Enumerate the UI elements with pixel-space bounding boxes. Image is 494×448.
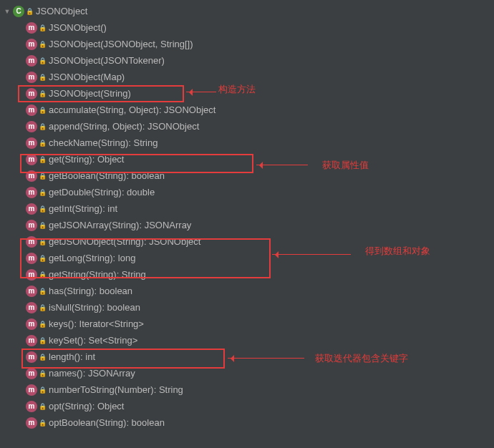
method-icon: m <box>26 236 37 248</box>
annotation-label: 获取迭代器包含关键字 <box>315 352 408 365</box>
method-node[interactable]: m 🔒 length(): int <box>0 349 494 365</box>
method-label: optBoolean(String): boolean <box>49 417 165 428</box>
method-label: getJSONArray(String): JSONArray <box>49 220 191 230</box>
method-icon: m <box>26 269 37 281</box>
method-icon: m <box>26 384 37 396</box>
method-node[interactable]: m 🔒 getInt(String): int <box>0 200 494 217</box>
method-icon: m <box>26 154 37 165</box>
method-node[interactable]: m 🔒 keys(): Iterator<String> <box>0 316 494 332</box>
method-icon: m <box>26 39 37 50</box>
class-node[interactable]: ▼ C 🔒 JSONObject <box>0 3 494 19</box>
annotation-label: 得到数组和对象 <box>365 245 430 258</box>
lock-icon: 🔒 <box>39 189 46 196</box>
lock-icon: 🔒 <box>39 255 46 262</box>
method-icon: m <box>26 253 37 264</box>
method-label: JSONObject(Map) <box>49 72 125 82</box>
method-node[interactable]: m 🔒 names(): JSONArray <box>0 365 494 381</box>
method-label: isNull(String): boolean <box>49 302 140 313</box>
structure-tree: ▼ C 🔒 JSONObject m 🔒 JSONObject() m 🔒 JS… <box>0 0 494 434</box>
method-node[interactable]: m 🔒 isNull(String): boolean <box>0 299 494 316</box>
lock-icon: 🔒 <box>39 271 46 278</box>
lock-icon: 🔒 <box>39 205 46 213</box>
lock-icon: 🔒 <box>39 321 46 328</box>
lock-icon: 🔒 <box>39 238 46 245</box>
method-node[interactable]: m 🔒 getBoolean(String): boolean <box>0 167 494 184</box>
method-node[interactable]: m 🔒 checkName(String): String <box>0 135 494 151</box>
method-label: keys(): Iterator<String> <box>49 318 144 329</box>
lock-icon: 🔒 <box>39 354 46 361</box>
method-node[interactable]: m 🔒 numberToString(Number): String <box>0 381 494 398</box>
method-node[interactable]: m 🔒 get(String): Object <box>0 151 494 167</box>
method-label: getDouble(String): double <box>49 187 155 198</box>
class-icon: C <box>13 6 24 17</box>
method-node[interactable]: m 🔒 optBoolean(String): boolean <box>0 414 494 431</box>
lock-icon: 🔒 <box>39 123 46 130</box>
method-node[interactable]: m 🔒 JSONObject(JSONTokener) <box>0 52 494 69</box>
lock-icon: 🔒 <box>39 140 46 147</box>
class-name: JSONObject <box>36 6 87 16</box>
lock-icon: 🔒 <box>39 57 46 64</box>
method-icon: m <box>26 335 37 346</box>
annotation-label: 获取属性值 <box>322 159 369 172</box>
method-icon: m <box>26 220 37 231</box>
lock-icon: 🔒 <box>39 337 46 344</box>
method-label: accumulate(String, Object): JSONObject <box>49 104 215 115</box>
method-icon: m <box>26 72 37 83</box>
annotation-label: 构造方法 <box>218 83 256 96</box>
method-label: JSONObject(JSONTokener) <box>49 55 165 66</box>
method-label: opt(String): Object <box>49 401 125 412</box>
method-icon: m <box>26 170 37 182</box>
method-node[interactable]: m 🔒 getDouble(String): double <box>0 184 494 200</box>
lock-icon: 🔒 <box>39 419 46 427</box>
method-icon: m <box>26 121 37 132</box>
lock-icon: 🔒 <box>39 386 46 394</box>
lock-icon: 🔒 <box>39 24 46 31</box>
lock-icon: 🔒 <box>39 370 46 377</box>
method-node[interactable]: m 🔒 getJSONArray(String): JSONArray <box>0 217 494 233</box>
method-label: getBoolean(String): boolean <box>49 170 165 181</box>
method-icon: m <box>26 351 37 363</box>
method-label: numberToString(Number): String <box>49 384 183 395</box>
method-label: checkName(String): String <box>49 137 158 148</box>
lock-icon: 🔒 <box>39 156 46 163</box>
method-label: getLong(String): long <box>49 253 135 263</box>
lock-icon: 🔒 <box>39 107 46 114</box>
method-icon: m <box>26 417 37 429</box>
lock-icon: 🔒 <box>26 8 33 15</box>
method-icon: m <box>26 22 37 34</box>
method-node[interactable]: m 🔒 accumulate(String, Object): JSONObje… <box>0 102 494 118</box>
method-label: append(String, Object): JSONObject <box>49 121 199 132</box>
method-icon: m <box>26 137 37 149</box>
method-node[interactable]: m 🔒 append(String, Object): JSONObject <box>0 118 494 135</box>
lock-icon: 🔒 <box>39 222 46 229</box>
method-label: getString(String): String <box>49 269 146 280</box>
method-label: names(): JSONArray <box>49 368 135 379</box>
method-node[interactable]: m 🔒 JSONObject(JSONObject, String[]) <box>0 36 494 52</box>
method-icon: m <box>26 286 37 297</box>
method-label: JSONObject(JSONObject, String[]) <box>49 39 193 49</box>
method-icon: m <box>26 318 37 330</box>
lock-icon: 🔒 <box>39 172 46 180</box>
lock-icon: 🔒 <box>39 74 46 81</box>
method-label: length(): int <box>49 351 95 362</box>
method-label: get(String): Object <box>49 154 125 165</box>
method-node[interactable]: m 🔒 keySet(): Set<String> <box>0 332 494 349</box>
expand-icon[interactable]: ▼ <box>3 7 11 16</box>
method-label: JSONObject() <box>49 22 107 33</box>
method-label: has(String): boolean <box>49 286 132 296</box>
method-label: JSONObject(String) <box>49 88 131 99</box>
method-node[interactable]: m 🔒 opt(String): Object <box>0 398 494 414</box>
lock-icon: 🔒 <box>39 41 46 48</box>
lock-icon: 🔒 <box>39 288 46 295</box>
method-label: keySet(): Set<String> <box>49 335 137 346</box>
method-icon: m <box>26 368 37 379</box>
method-icon: m <box>26 302 37 313</box>
method-node[interactable]: m 🔒 getString(String): String <box>0 266 494 283</box>
method-icon: m <box>26 88 37 99</box>
method-icon: m <box>26 104 37 116</box>
method-node[interactable]: m 🔒 has(String): boolean <box>0 283 494 299</box>
method-icon: m <box>26 55 37 67</box>
method-icon: m <box>26 401 37 412</box>
method-node[interactable]: m 🔒 JSONObject() <box>0 19 494 36</box>
method-label: getInt(String): int <box>49 203 117 214</box>
